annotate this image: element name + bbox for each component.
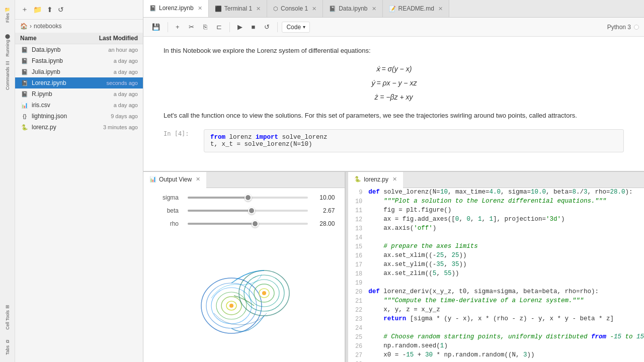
tab-terminal-tab[interactable]: ⬛ Terminal 1 ✕: [209, 0, 267, 18]
code-line-19: 19: [348, 279, 644, 288]
code-editor[interactable]: 9 def solve_lorenz(N=10, max_time=4.0, s…: [348, 188, 644, 362]
cut-button[interactable]: ✂: [185, 21, 198, 33]
code-tab-bar: 🐍 lorenz.py ✕: [348, 172, 644, 188]
run-button[interactable]: ▶: [234, 21, 246, 33]
file-name: Julia.ipynb: [32, 68, 83, 75]
tab-close[interactable]: ✕: [312, 6, 316, 12]
slider-track-rho: [188, 223, 308, 225]
refresh-button[interactable]: ↺: [57, 5, 65, 15]
paste-button[interactable]: ⊏: [213, 21, 225, 33]
code-line-26: 26 np.random.seed(1): [348, 342, 644, 351]
copy-button[interactable]: ⎘: [200, 21, 211, 33]
sidebar-item-commands[interactable]: ☰ Commands: [0, 60, 15, 90]
file-item-julia-ipynb[interactable]: 📓 Julia.ipynb a day ago: [15, 66, 143, 77]
tab-icon: 📓: [149, 5, 156, 12]
sidebar-tabs-label: Tabs: [5, 345, 10, 355]
output-view-close[interactable]: ✕: [196, 176, 200, 183]
slider-label-rho: rho: [153, 220, 179, 227]
add-cell-button[interactable]: +: [172, 21, 183, 33]
kernel-info: Python 3: [607, 24, 639, 31]
tab-data-ipynb-tab[interactable]: 📓 Data.ipynb ✕: [323, 0, 382, 18]
file-item-lightning-json[interactable]: {} lightning.json 9 days ago: [15, 111, 143, 122]
cell-code-block[interactable]: from lorenz import solve_lorenz t, x_t =…: [204, 129, 624, 152]
notebook-toolbar: 💾 + ✂ ⎘ ⊏ ▶ ■ ↺ Code ▾ Python 3: [143, 18, 644, 37]
equation-3: ż = −βz + xy: [164, 90, 624, 104]
home-icon[interactable]: 🏠: [20, 23, 28, 30]
sidebar-running-label: Running: [5, 40, 10, 57]
code-line-12: 12 ax = fig.add_axes([0, 0, 1, 1], proje…: [348, 215, 644, 224]
lorenz-py-close[interactable]: ✕: [392, 176, 397, 183]
svg-point-12: [262, 291, 266, 295]
running-icon: ⬤: [5, 34, 10, 39]
file-item-iris-csv[interactable]: 📊 iris.csv a day ago: [15, 100, 143, 111]
line-content: def lorenz_deriv(x_y_z, t0, sigma=sigma,…: [368, 288, 644, 295]
notebook-content: In this Notebook we explore the Lorenz s…: [143, 37, 644, 171]
toolbar-separator-3: [277, 22, 278, 32]
line-number: 17: [348, 261, 368, 268]
new-launcher-button[interactable]: ＋: [20, 4, 29, 15]
save-button[interactable]: 💾: [148, 21, 164, 33]
stop-button[interactable]: ■: [248, 21, 259, 33]
tab-console-tab[interactable]: ⬡ Console 1 ✕: [267, 0, 323, 18]
file-item-lorenz-ipynb[interactable]: 📓 Lorenz.ipynb seconds ago: [15, 77, 143, 88]
lorenz-py-tab[interactable]: 🐍 lorenz.py ✕: [348, 172, 403, 188]
file-type-icon: 📓: [20, 90, 29, 98]
slider-value-beta: 2.67: [312, 207, 335, 214]
tab-close[interactable]: ✕: [438, 6, 443, 12]
output-view-tab[interactable]: 📊 Output View ✕: [143, 172, 206, 188]
upload-button[interactable]: ⬆: [46, 5, 54, 15]
line-number: 16: [348, 252, 368, 259]
line-content: fig = plt.figure(): [368, 207, 644, 214]
slider-row-beta: beta 2.67: [153, 207, 335, 214]
tab-readme-tab[interactable]: 📝 README.md ✕: [383, 0, 449, 18]
line-content: ax.set_xlim((-25, 25)): [368, 252, 644, 259]
file-name: Lorenz.ipynb: [32, 79, 83, 86]
slider-value-sigma: 10.00: [312, 194, 335, 201]
line-number: 13: [348, 225, 368, 232]
slider-fill-beta: [188, 210, 252, 212]
line-number: 20: [348, 288, 368, 296]
slider-thumb-sigma[interactable]: [245, 194, 252, 201]
tab-close[interactable]: ✕: [198, 5, 202, 12]
line-content: np.random.seed(1): [368, 342, 644, 349]
sidebar-item-files[interactable]: 📁 Files: [0, 0, 15, 30]
code-line-14: 14: [348, 233, 644, 242]
sidebar-item-tabs[interactable]: ⧉ Tabs: [0, 332, 15, 362]
file-modified: a day ago: [83, 58, 138, 64]
breadcrumb-folder[interactable]: notebooks: [34, 23, 61, 30]
code-line-16: 16 ax.set_xlim((-25, 25)): [348, 251, 644, 260]
kernel-select[interactable]: Code ▾: [282, 22, 310, 33]
file-modified: seconds ago: [83, 80, 138, 86]
file-item-fasta-ipynb[interactable]: 📓 Fasta.ipynb a day ago: [15, 55, 143, 66]
restart-button[interactable]: ↺: [261, 21, 273, 33]
column-name-header[interactable]: Name: [20, 35, 83, 42]
tab-close[interactable]: ✕: [256, 6, 261, 12]
file-item-r-ipynb[interactable]: 📓 R.ipynb a day ago: [15, 88, 143, 100]
line-content: x0 = -15 + 30 * np.random.random((N, 3)): [368, 351, 644, 358]
slider-value-rho: 28.00: [312, 220, 335, 227]
kernel-status-indicator: [634, 25, 639, 30]
column-modified-header[interactable]: Last Modified: [83, 35, 138, 42]
code-line-18: 18 ax.set_zlim((5, 55)): [348, 269, 644, 279]
slider-thumb-beta[interactable]: [248, 207, 255, 214]
file-list: 📓 Data.ipynb an hour ago 📓 Fasta.ipynb a…: [15, 44, 143, 362]
file-type-icon: 🐍: [20, 124, 29, 131]
line-number: 23: [348, 315, 368, 323]
tab-close[interactable]: ✕: [372, 6, 376, 12]
tabs-icon: ⧉: [6, 339, 9, 344]
file-item-data-ipynb[interactable]: 📓 Data.ipynb an hour ago: [15, 44, 143, 55]
sidebar-item-cell-tools[interactable]: ⊞ Cell Tools: [0, 302, 15, 332]
line-number: 25: [348, 333, 368, 341]
line-content: # Choose random starting points, uniform…: [368, 333, 644, 340]
file-item-lorenz-py[interactable]: 🐍 lorenz.py 3 minutes ago: [15, 122, 143, 133]
tab-icon: ⬡: [273, 6, 278, 12]
sidebar-item-running[interactable]: ⬤ Running: [0, 30, 15, 60]
new-folder-button[interactable]: 📁: [32, 5, 43, 15]
slider-thumb-rho[interactable]: [252, 220, 259, 227]
slider-label-sigma: sigma: [153, 194, 179, 201]
tab-icon: ⬛: [215, 6, 222, 12]
cell-code-line-2: t, x_t = solve_lorenz(N=10): [210, 141, 617, 148]
tab-lorenz-ipynb-tab[interactable]: 📓 Lorenz.ipynb ✕: [143, 0, 209, 18]
line-content: return [sigma * (y - x), x * (rho - z) -…: [368, 315, 644, 322]
tab-label: Data.ipynb: [339, 5, 367, 12]
